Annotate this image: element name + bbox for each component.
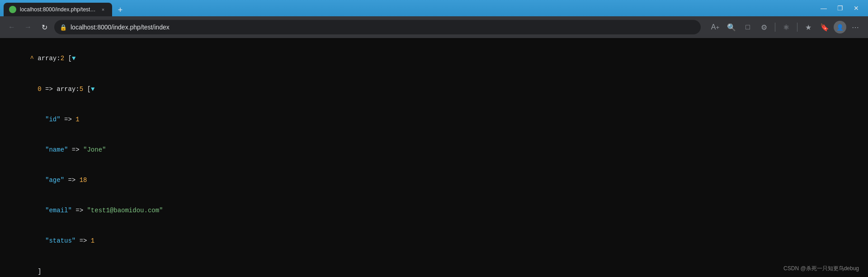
browser-tab[interactable]: localhost:8000/index.php/test/in... × (4, 3, 112, 16)
tab-close-button[interactable]: × (99, 6, 107, 13)
close-button[interactable]: ✕ (852, 4, 861, 13)
lock-icon: 🔒 (60, 24, 67, 31)
collections-icon[interactable]: 🔖 (817, 20, 832, 34)
code-line-3: "name" => "Jone" (7, 135, 861, 165)
forward-button[interactable]: → (22, 21, 34, 33)
profile-avatar[interactable]: 👤 (834, 21, 846, 33)
code-line-5: "email" => "test1@baomidou.com" (7, 196, 861, 226)
maximize-button[interactable]: ❐ (835, 4, 844, 13)
menu-icon[interactable]: ⋯ (848, 20, 863, 34)
tab-favicon (9, 6, 16, 13)
new-tab-button[interactable]: + (114, 4, 127, 16)
address-text: localhost:8000/index.php/test/index (71, 24, 695, 31)
browser-window: localhost:8000/index.php/test/in... × + … (0, 0, 868, 277)
favorites-icon[interactable]: ★ (801, 20, 816, 34)
code-line-root: ^ array:2 [▼ (7, 43, 861, 74)
content-area: ^ array:2 [▼ 0 => array:5 [▼ "id" => 1 "… (0, 38, 868, 277)
watermark: CSDN @杀死一只知更鸟debug (783, 265, 859, 272)
code-line-6: "status" => 1 (7, 226, 861, 256)
back-button[interactable]: ← (5, 21, 18, 33)
toolbar-divider2 (797, 23, 797, 32)
extensions-icon[interactable]: ⚛ (779, 20, 793, 34)
address-input-wrap[interactable]: 🔒 localhost:8000/index.php/test/index (54, 20, 701, 34)
code-line-7: ] (7, 256, 861, 277)
window-controls: — ❐ ✕ (819, 4, 864, 13)
caret-symbol: ^ (30, 55, 38, 62)
minimize-button[interactable]: — (819, 4, 828, 13)
settings-icon[interactable]: ⚙ (757, 20, 771, 34)
tab-title: localhost:8000/index.php/test/in... (20, 6, 96, 13)
address-bar: ← → ↻ 🔒 localhost:8000/index.php/test/in… (0, 16, 868, 38)
tab-bar: localhost:8000/index.php/test/in... × + (4, 0, 817, 16)
text-size-icon[interactable]: A+ (708, 20, 722, 34)
code-line-1: 0 => array:5 [▼ (7, 74, 861, 104)
reload-button[interactable]: ↻ (38, 21, 51, 33)
find-icon[interactable]: 🔍 (724, 20, 739, 34)
toolbar-divider (775, 23, 775, 32)
toolbar-icons: A+ 🔍 □ ⚙ ⚛ ★ 🔖 👤 ⋯ (708, 20, 863, 34)
code-line-2: "id" => 1 (7, 104, 861, 134)
title-bar: localhost:8000/index.php/test/in... × + … (0, 0, 868, 16)
split-screen-icon[interactable]: □ (741, 20, 755, 34)
code-line-4: "age" => 18 (7, 165, 861, 196)
